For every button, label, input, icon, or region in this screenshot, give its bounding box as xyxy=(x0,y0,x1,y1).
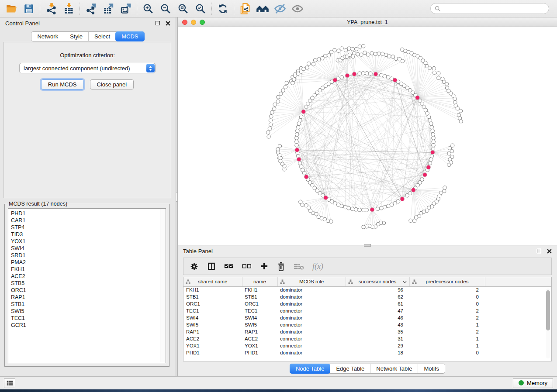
network-leaf-node[interactable] xyxy=(299,200,302,203)
export-table-button[interactable] xyxy=(100,1,117,16)
network-leaf-node[interactable] xyxy=(428,66,432,70)
network-leaf-node[interactable] xyxy=(453,97,457,100)
network-node[interactable] xyxy=(379,206,383,210)
network-leaf-node[interactable] xyxy=(348,53,351,56)
network-node[interactable] xyxy=(350,207,354,211)
network-leaf-node[interactable] xyxy=(459,109,462,113)
network-leaf-node[interactable] xyxy=(432,71,436,74)
table-cell[interactable]: YOX1 xyxy=(242,342,277,349)
table-row[interactable]: PHD1PHD1dominator180 xyxy=(183,349,551,356)
network-node[interactable] xyxy=(383,205,387,209)
table-cell[interactable]: ORC1 xyxy=(242,300,277,307)
table-cell[interactable]: 2 xyxy=(409,307,485,314)
network-node[interactable] xyxy=(354,207,358,211)
tab-node-table[interactable]: Node Table xyxy=(290,364,331,374)
run-mcds-button[interactable]: Run MCDS xyxy=(41,79,84,89)
network-leaf-node[interactable] xyxy=(370,52,374,55)
network-node[interactable] xyxy=(369,72,373,76)
table-cell[interactable]: 62 xyxy=(346,293,409,300)
table-cell[interactable]: 1 xyxy=(409,335,485,342)
network-node[interactable] xyxy=(299,165,303,168)
network-leaf-node[interactable] xyxy=(358,45,361,48)
table-cell[interactable]: 2 xyxy=(409,328,485,335)
network-leaf-node[interactable] xyxy=(337,49,340,52)
tab-motifs[interactable]: Motifs xyxy=(418,364,445,373)
table-cell[interactable]: STB1 xyxy=(183,293,242,300)
network-node[interactable] xyxy=(431,133,435,137)
node-table[interactable]: shared namenameMCDS rolesuccessor nodesp… xyxy=(183,277,551,356)
table-cell[interactable]: FKH1 xyxy=(183,286,242,293)
table-cell[interactable]: 1 xyxy=(409,321,485,328)
network-node[interactable] xyxy=(297,122,301,126)
network-leaf-node[interactable] xyxy=(437,72,440,75)
table-row[interactable]: SWI4SWI4dominator462 xyxy=(183,314,551,321)
table-cell[interactable]: dominator xyxy=(277,300,346,307)
network-node[interactable] xyxy=(428,118,432,122)
table-cell[interactable]: 2 xyxy=(409,286,485,293)
mcds-hub-node[interactable] xyxy=(400,197,405,201)
export-network-button[interactable] xyxy=(82,1,100,16)
network-leaf-node[interactable] xyxy=(269,119,272,122)
table-cell[interactable]: dominator xyxy=(277,349,346,356)
tab-style[interactable]: Style xyxy=(64,32,88,41)
network-node[interactable] xyxy=(299,115,303,119)
close-window-icon[interactable] xyxy=(182,20,187,25)
table-row[interactable]: FKH1FKH1dominator962 xyxy=(183,286,551,293)
memory-button[interactable]: Memory xyxy=(513,378,553,388)
network-node[interactable] xyxy=(361,208,365,212)
zoom-out-button[interactable] xyxy=(157,1,174,16)
result-node-item[interactable]: CAR1 xyxy=(11,217,166,224)
export-image-button[interactable] xyxy=(117,1,135,16)
table-cell[interactable]: 47 xyxy=(346,307,409,314)
table-cell[interactable]: PHD1 xyxy=(242,349,277,356)
network-node[interactable] xyxy=(358,72,362,76)
deselect-all-button[interactable] xyxy=(242,263,252,270)
network-node[interactable] xyxy=(358,208,362,212)
save-session-button[interactable] xyxy=(20,1,38,16)
network-leaf-node[interactable] xyxy=(293,74,297,77)
network-node[interactable] xyxy=(379,73,383,77)
table-cell[interactable]: connector xyxy=(277,342,346,349)
network-leaf-node[interactable] xyxy=(273,107,276,110)
network-leaf-node[interactable] xyxy=(447,163,451,167)
network-leaf-node[interactable] xyxy=(273,103,277,106)
network-leaf-node[interactable] xyxy=(409,219,412,222)
network-leaf-node[interactable] xyxy=(401,59,404,63)
network-leaf-node[interactable] xyxy=(285,81,288,85)
network-leaf-node[interactable] xyxy=(351,47,354,51)
tab-edge-table[interactable]: Edge Table xyxy=(330,364,370,373)
network-leaf-node[interactable] xyxy=(268,127,271,130)
mcds-hub-node[interactable] xyxy=(374,72,378,76)
first-neighbors-button[interactable] xyxy=(254,1,271,16)
result-node-item[interactable]: SRD1 xyxy=(11,252,166,259)
network-leaf-node[interactable] xyxy=(453,100,457,104)
network-leaf-node[interactable] xyxy=(362,225,365,229)
network-leaf-node[interactable] xyxy=(304,204,308,207)
float-panel-icon[interactable] xyxy=(156,21,160,25)
table-row[interactable]: RAP1RAP1dominator352 xyxy=(183,328,551,335)
delete-column-button[interactable] xyxy=(277,262,285,271)
column-header-MCDS-role[interactable]: MCDS role xyxy=(277,277,346,286)
network-node[interactable] xyxy=(298,161,302,165)
network-leaf-node[interactable] xyxy=(451,144,454,147)
network-node[interactable] xyxy=(383,74,387,78)
network-leaf-node[interactable] xyxy=(281,89,285,92)
network-leaf-node[interactable] xyxy=(333,48,336,52)
table-cell[interactable]: 46 xyxy=(346,314,409,321)
close-panel-button[interactable]: Close panel xyxy=(90,79,134,89)
network-leaf-node[interactable] xyxy=(415,216,418,219)
result-node-item[interactable]: SWI5 xyxy=(11,308,166,315)
horizontal-splitter-grip[interactable] xyxy=(364,244,371,247)
column-header-successor-nodes[interactable]: successor nodes xyxy=(346,277,409,286)
network-node[interactable] xyxy=(430,154,434,158)
network-node[interactable] xyxy=(432,144,436,148)
table-cell[interactable]: 96 xyxy=(346,286,409,293)
table-cell[interactable]: TEC1 xyxy=(242,307,277,314)
mcds-hub-node[interactable] xyxy=(301,110,306,114)
table-row[interactable]: SWI5SWI5connector431 xyxy=(183,321,551,328)
mcds-hub-node[interactable] xyxy=(295,148,299,152)
result-node-item[interactable]: TEC1 xyxy=(11,315,166,322)
table-cell[interactable]: dominator xyxy=(277,328,346,335)
result-node-item[interactable]: FKH1 xyxy=(11,266,166,273)
network-node[interactable] xyxy=(431,129,435,133)
